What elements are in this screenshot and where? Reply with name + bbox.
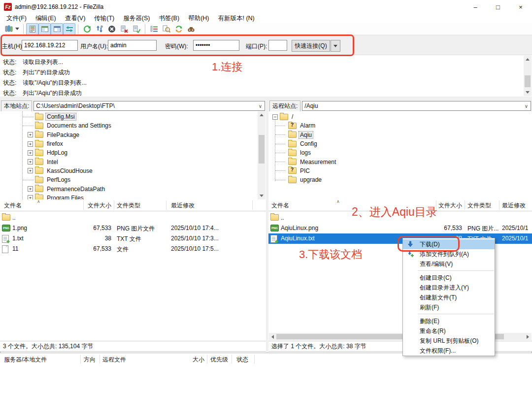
tree-item[interactable]: +PermanenceDataPath <box>0 184 266 193</box>
username-input[interactable] <box>108 40 157 51</box>
local-tree-scrollbar[interactable] <box>258 111 266 199</box>
tree-item[interactable]: upgrade <box>268 175 532 184</box>
expand-icon[interactable]: + <box>28 195 33 199</box>
find-files-icon[interactable] <box>185 23 197 35</box>
menu-item-view-edit[interactable]: 查看/编辑(V) <box>403 259 495 269</box>
column-status[interactable]: 状态 <box>236 356 248 364</box>
menu-item-create-directory-enter[interactable]: 创建目录并进入(Y) <box>403 283 495 293</box>
menu-item-create-directory[interactable]: 创建目录(C) <box>403 273 495 283</box>
host-input[interactable] <box>22 40 78 51</box>
tree-item[interactable]: logs <box>268 148 532 157</box>
reconnect-icon[interactable] <box>130 23 142 35</box>
menu-item-file-permissions[interactable]: 文件权限(F)... <box>403 346 495 356</box>
menu-view[interactable]: 查看(V) <box>61 14 90 23</box>
tree-item[interactable]: PerfLogs <box>0 175 266 184</box>
column-filesize[interactable]: 文件大小 <box>64 201 111 210</box>
column-filetype[interactable]: 文件类型 <box>117 201 140 210</box>
expand-icon[interactable]: + <box>28 168 33 173</box>
scrollbar-thumb[interactable] <box>259 135 265 164</box>
scroll-down-icon[interactable] <box>258 192 266 199</box>
scroll-up-icon[interactable] <box>524 56 532 63</box>
toggle-local-tree-icon[interactable] <box>38 23 51 35</box>
cancel-operation-icon[interactable] <box>105 23 118 35</box>
tree-item[interactable]: Config <box>268 139 532 148</box>
toggle-log-view-icon[interactable] <box>26 23 38 35</box>
filter-icon[interactable] <box>148 23 160 35</box>
menu-item-delete[interactable]: 删除(E) <box>403 316 495 326</box>
password-input[interactable] <box>193 40 239 51</box>
close-button[interactable]: × <box>509 0 532 14</box>
expand-icon[interactable]: + <box>28 132 33 137</box>
file-row-updir[interactable]: .. <box>0 213 266 223</box>
menu-item-download[interactable]: 下载(D) <box>403 239 495 249</box>
tree-item[interactable]: Measurement <box>268 157 532 166</box>
process-queue-icon[interactable] <box>93 23 105 35</box>
expand-icon[interactable]: + <box>28 141 33 147</box>
synchronized-browsing-icon[interactable] <box>172 23 185 35</box>
menu-item-create-new-file[interactable]: 创建新文件(T) <box>403 293 495 302</box>
menu-transfer[interactable]: 传输(T) <box>90 14 119 23</box>
tree-item[interactable]: +FilePackage <box>0 131 266 139</box>
column-server-local-file[interactable]: 服务器/本地文件 <box>4 356 47 364</box>
quickconnect-button[interactable]: 快速连接(Q) <box>292 40 330 52</box>
expand-icon[interactable]: + <box>28 150 33 156</box>
scrollbar-thumb[interactable] <box>525 75 531 87</box>
disconnect-icon[interactable] <box>118 23 130 35</box>
log-scrollbar[interactable] <box>524 56 532 96</box>
local-site-combo[interactable]: C:\Users\admin\Desktop\FTP\ ∨ <box>33 101 265 111</box>
column-filename[interactable]: 文件名 <box>4 201 22 210</box>
tree-item[interactable]: PIC <box>268 166 532 175</box>
refresh-icon[interactable] <box>81 23 93 35</box>
menu-file[interactable]: 文件(F) <box>2 14 31 23</box>
column-modified[interactable]: 最近修改 <box>502 201 526 210</box>
site-manager-dropdown-icon[interactable] <box>15 28 19 30</box>
site-manager-icon[interactable] <box>2 23 15 35</box>
file-row[interactable]: 1.txt 38 TXT 文件 2025/10/10 17:3... <box>0 233 266 244</box>
menu-server[interactable]: 服务器(S) <box>119 14 154 23</box>
file-row[interactable]: PNG AqiuLinux.png 67,533 PNG 图片... 2025/… <box>268 223 532 233</box>
expand-icon[interactable]: + <box>28 186 33 192</box>
column-priority[interactable]: 优先级 <box>210 356 228 364</box>
remote-site-combo[interactable]: /Aqiu ∨ <box>302 101 531 111</box>
splitter[interactable] <box>0 97 532 100</box>
minimize-button[interactable]: – <box>464 0 487 14</box>
toggle-transfer-queue-icon[interactable] <box>63 23 75 35</box>
collapse-icon[interactable]: − <box>272 114 278 120</box>
chevron-down-icon[interactable]: ∨ <box>259 103 265 109</box>
tree-item[interactable]: +Program Files <box>0 194 266 199</box>
quickconnect-dropdown-button[interactable] <box>331 40 340 52</box>
file-row[interactable]: PNG 1.png 67,533 PNG 图片文件 2025/10/10 17:… <box>0 223 266 233</box>
column-modified[interactable]: 最近修改 <box>171 201 195 210</box>
file-row[interactable]: 11 67,533 文件 2025/10/10 17:5... <box>0 244 266 254</box>
chevron-down-icon[interactable]: ∨ <box>525 103 531 109</box>
directory-comparison-icon[interactable] <box>160 23 172 35</box>
column-remote-file[interactable]: 远程文件 <box>102 356 126 364</box>
tree-item-root[interactable]: −/ <box>268 112 532 121</box>
pane-splitter[interactable] <box>266 100 268 353</box>
menu-bookmarks[interactable]: 书签(B) <box>154 14 184 23</box>
tree-item[interactable]: Config.Msi <box>0 112 266 121</box>
scroll-right-icon[interactable] <box>524 333 532 340</box>
menu-new-version[interactable]: 有新版本! (N) <box>213 14 259 23</box>
menu-item-add-to-queue[interactable]: 添加文件到队列(A) <box>403 249 495 259</box>
menu-help[interactable]: 帮助(H) <box>184 14 213 23</box>
column-filetype[interactable]: 文件类型 <box>467 201 491 210</box>
expand-icon[interactable]: + <box>28 159 33 165</box>
menu-item-copy-url[interactable]: 复制 URL 到剪贴板(O) <box>403 336 495 346</box>
column-direction[interactable]: 方向 <box>84 356 96 364</box>
maximize-button[interactable]: □ <box>487 0 509 14</box>
menu-item-rename[interactable]: 重命名(R) <box>403 326 495 336</box>
tree-item[interactable]: Aqiu <box>268 131 532 139</box>
menu-edit[interactable]: 编辑(E) <box>31 14 61 23</box>
menu-item-refresh[interactable]: 刷新(F) <box>403 302 495 312</box>
column-size[interactable]: 大小 <box>175 356 204 364</box>
column-filename[interactable]: 文件名 <box>271 201 289 210</box>
tree-item[interactable]: Documents and Settings <box>0 121 266 130</box>
scroll-up-icon[interactable] <box>258 111 266 119</box>
port-input[interactable] <box>268 40 287 51</box>
tree-item[interactable]: Alarm <box>268 121 532 130</box>
tree-item[interactable]: +firefox <box>0 139 266 148</box>
tree-item[interactable]: +HdpLog <box>0 148 266 157</box>
scroll-down-icon[interactable] <box>524 89 532 96</box>
scroll-left-icon[interactable] <box>269 333 276 340</box>
